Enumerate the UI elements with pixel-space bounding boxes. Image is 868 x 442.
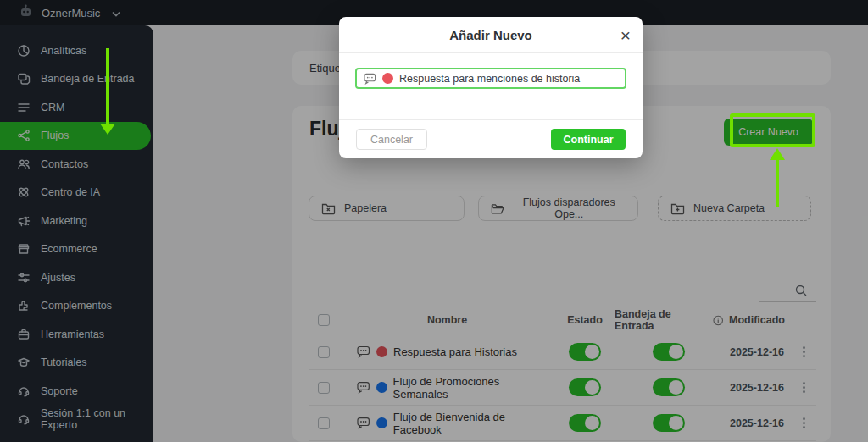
- channel-dot: [382, 73, 393, 84]
- app-window: OznerMusic Analíticas Bandeja de Entrada…: [0, 0, 868, 442]
- annotation-arrow-flujos: [106, 48, 109, 124]
- annotation-arrowhead-create-button: [770, 148, 785, 160]
- modal-title: Añadir Nuevo: [449, 28, 532, 42]
- flow-name-input[interactable]: Respuesta para menciones de historia: [355, 68, 626, 89]
- modal-footer: Cancelar Continuar: [339, 119, 643, 158]
- annotation-arrowhead-flujos: [100, 124, 115, 135]
- annotation-highlight-create-button: [730, 113, 815, 147]
- flow-name-input-value: Respuesta para menciones de historia: [399, 73, 580, 85]
- add-new-modal: Añadir Nuevo × Respuesta para menciones …: [339, 17, 643, 158]
- modal-body: Respuesta para menciones de historia: [339, 53, 643, 103]
- continue-button[interactable]: Continuar: [551, 129, 626, 150]
- cancel-button[interactable]: Cancelar: [356, 129, 427, 150]
- close-icon[interactable]: ×: [620, 26, 631, 44]
- messenger-bubble-icon: [364, 73, 376, 85]
- modal-header: Añadir Nuevo ×: [339, 17, 643, 53]
- annotation-arrow-create-button: [776, 159, 779, 207]
